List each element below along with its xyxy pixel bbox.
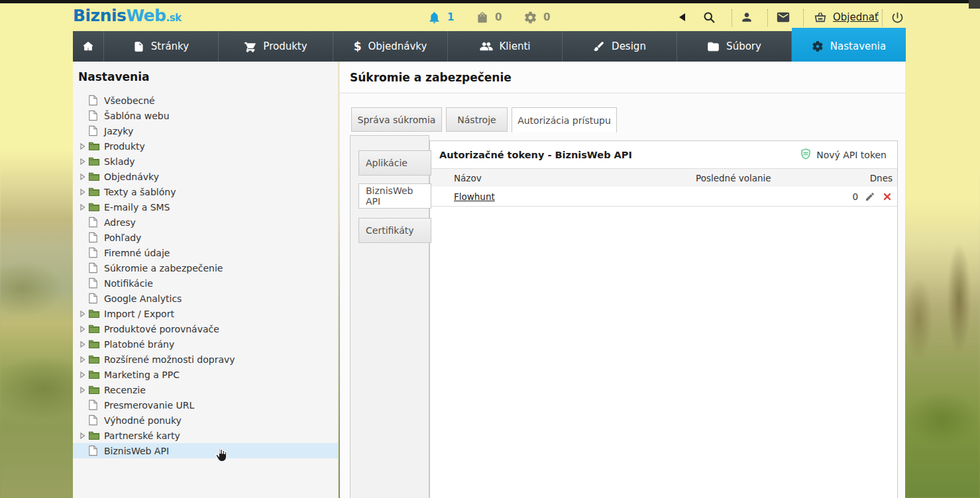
sidebar-item-label: Adresy — [104, 217, 136, 228]
sidebar-item-presmerovanie-url[interactable]: Presmerovanie URL — [73, 397, 338, 413]
tree-folder-icon — [88, 187, 104, 197]
background-photo-right — [905, 0, 980, 498]
sidebar-item-texty-a-abl-ny[interactable]: Texty a šablóny — [73, 184, 338, 199]
separator — [803, 9, 804, 26]
tab-label: Nástroje — [457, 115, 496, 125]
sidebar-item-v-hodn-ponuky[interactable]: Výhodné ponuky — [73, 413, 338, 428]
nav-item-home[interactable] — [73, 31, 104, 62]
tree-file-icon — [88, 125, 104, 136]
mail-button[interactable] — [776, 3, 790, 31]
tree-file-icon — [88, 445, 104, 456]
window-top-strip — [0, 0, 980, 3]
expander-icon[interactable] — [80, 372, 88, 378]
sidebar-item-label: Jazyky — [104, 126, 133, 136]
sidebar-item-platobn-br-ny[interactable]: Platobné brány — [73, 336, 338, 352]
tab-spr-va-s-kromia[interactable]: Správa súkromia — [351, 107, 442, 132]
collapse-toolbar-button[interactable] — [679, 3, 685, 31]
notification-counter-bell[interactable]: 1 — [427, 3, 454, 31]
new-api-token-button[interactable]: Nový API token — [800, 148, 887, 162]
sidebar-item-jazyky[interactable]: Jazyky — [73, 123, 338, 138]
subtab-certifik-ty[interactable]: Certifikáty — [358, 218, 431, 243]
sidebar-item-firemn-daje[interactable]: Firemné údaje — [73, 245, 338, 260]
expander-icon[interactable] — [80, 311, 88, 317]
nav-item-label: Súbory — [726, 40, 761, 52]
sidebar-item-label: Šablóna webu — [104, 111, 170, 121]
dollar-icon: $ — [354, 40, 362, 53]
sidebar-item-objedn-vky[interactable]: Objednávky — [73, 169, 338, 184]
sidebar-item-google-analytics[interactable]: Google Analytics — [73, 291, 338, 306]
tree-file-icon — [88, 110, 104, 121]
sidebar-item-label: Objednávky — [104, 172, 159, 182]
nav-item-nastavenia[interactable]: Nastavenia — [792, 28, 906, 62]
sidebar-item-label: Pohľady — [104, 232, 141, 243]
sidebar-item-import-export[interactable]: Import / Export — [73, 306, 338, 321]
tab-autoriz-cia-pr-stupu[interactable]: Autorizácia prístupu — [512, 107, 617, 132]
nav-item-str-nky[interactable]: Stránky — [104, 31, 219, 62]
expander-icon[interactable] — [80, 326, 88, 332]
sidebar-item-label: Súkromie a zabezpečenie — [104, 263, 223, 274]
sidebar-item-label: Platobné brány — [104, 339, 174, 350]
sidebar-item-e-maily-a-sms[interactable]: E-maily a SMS — [73, 199, 338, 215]
subtab-biznisweb-api[interactable]: BiznisWeb API — [358, 183, 431, 209]
tree-file-icon — [88, 399, 104, 411]
tree-file-icon — [88, 232, 104, 243]
expander-icon[interactable] — [80, 158, 88, 165]
tab-n-stroje[interactable]: Nástroje — [446, 107, 508, 132]
logout-power-button[interactable] — [891, 3, 904, 31]
sidebar-item-notifik-cie[interactable]: Notifikácie — [73, 275, 338, 291]
tree-file-icon — [88, 415, 104, 426]
sidebar-item-marketing-a-ppc[interactable]: Marketing a PPC — [73, 367, 338, 382]
tab-label: Správa súkromia — [358, 115, 436, 125]
notification-counter-gear[interactable]: 0 — [523, 3, 550, 31]
nav-item-objedn-vky[interactable]: $Objednávky — [333, 31, 448, 62]
expander-icon[interactable] — [80, 387, 88, 393]
sidebar-item-produkty[interactable]: Produkty — [73, 138, 338, 154]
sidebar-item-s-kromie-a-zabezpe-enie[interactable]: Súkromie a zabezpečenie — [73, 260, 338, 275]
gear-top-icon — [523, 11, 537, 25]
sidebar-item-recenzie[interactable]: Recenzie — [73, 382, 338, 397]
delete-x-icon[interactable] — [882, 191, 893, 202]
bag-icon — [476, 11, 489, 24]
sidebar-item-v-eobecn[interactable]: Všeobecné — [73, 93, 338, 108]
order-button[interactable]: Objednať — [813, 3, 879, 31]
expander-icon[interactable] — [80, 204, 88, 211]
user-button[interactable] — [740, 3, 753, 31]
expander-icon[interactable] — [80, 174, 88, 180]
notification-counter-bag[interactable]: 0 — [476, 3, 502, 31]
expander-icon[interactable] — [80, 341, 88, 348]
expander-icon[interactable] — [80, 189, 88, 195]
sidebar-item-abl-na-webu[interactable]: Šablóna webu — [73, 108, 338, 123]
tree-file-icon — [88, 277, 104, 289]
edit-pencil-icon[interactable] — [865, 191, 875, 202]
logo[interactable]: BiznisWeb.sk — [73, 6, 182, 25]
sidebar-item-biznisweb-api[interactable]: BiznisWeb API — [73, 443, 338, 458]
subtab-aplik-cie[interactable]: Aplikácie — [358, 150, 431, 175]
sidebar-item-label: Produktové porovnávače — [104, 324, 219, 334]
sidebar-item-label: Google Analytics — [104, 293, 182, 304]
today-count: 0 — [852, 191, 858, 202]
nav-item-label: Produkty — [263, 40, 307, 52]
sidebar-item-adresy[interactable]: Adresy — [73, 215, 338, 230]
nav-item-produkty[interactable]: Produkty — [219, 31, 333, 62]
order-link[interactable]: Objednať — [833, 11, 879, 23]
sidebar-item-poh-ady[interactable]: Pohľady — [73, 230, 338, 245]
search-button[interactable] — [702, 3, 716, 31]
nav-item-s-bory[interactable]: Súbory — [677, 31, 792, 62]
expander-icon[interactable] — [80, 356, 88, 363]
sidebar-item-partnersk-karty[interactable]: Partnerské karty — [73, 428, 338, 443]
expander-icon[interactable] — [80, 143, 88, 150]
nav-item-design[interactable]: Design — [563, 31, 677, 62]
sidebar-item-label: Notifikácie — [104, 278, 153, 289]
nav-item-klienti[interactable]: Klienti — [448, 31, 563, 62]
sidebar-item-label: Import / Export — [104, 309, 174, 319]
bell-icon — [427, 11, 441, 25]
sidebar-item-roz-ren-mo-nosti-dopravy[interactable]: Rozšírené možnosti dopravy — [73, 352, 338, 367]
topbar: BiznisWeb.sk 100 Objednať — [0, 3, 980, 31]
expander-icon[interactable] — [80, 432, 88, 439]
subtab-label: Aplikácie — [366, 158, 408, 168]
sidebar-item-produktov-porovn-va-e[interactable]: Produktové porovnávače — [73, 321, 338, 336]
sidebar-item-sklady[interactable]: Sklady — [73, 154, 338, 169]
token-name-link[interactable]: Flowhunt — [454, 191, 495, 202]
sidebar-item-label: Presmerovanie URL — [104, 400, 194, 411]
page-header: Súkromie a zabezpečenie — [340, 62, 905, 93]
